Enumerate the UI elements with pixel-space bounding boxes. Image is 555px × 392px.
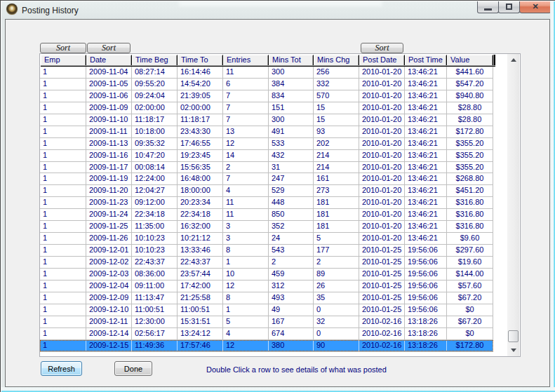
table-cell: 13:46:21 <box>405 79 447 90</box>
table-cell: $355.20 <box>447 138 493 149</box>
sort-button-emp[interactable]: Sort <box>40 43 86 53</box>
table-cell: 7 <box>223 90 269 102</box>
table-cell: 19:56:06 <box>405 281 447 292</box>
table-row-selected[interactable]: 12009-12-1511:49:3617:57:4612380902010-0… <box>40 340 493 352</box>
table-cell: 13:46:21 <box>405 138 447 149</box>
table-cell: 10:47:20 <box>132 150 178 161</box>
table-row[interactable]: 12009-11-2012:04:2718:00:0045292732010-0… <box>40 185 493 197</box>
table-cell: 7 <box>223 114 269 126</box>
table-cell: 1 <box>40 316 86 327</box>
table-cell: 1 <box>40 114 86 126</box>
sort-button-post-date[interactable]: Sort <box>361 43 403 53</box>
table-row[interactable]: 12009-11-2422:34:1822:34:18118501812010-… <box>40 209 493 221</box>
table-cell: 448 <box>269 197 314 208</box>
scrollbar-thumb[interactable] <box>508 330 519 342</box>
minimize-button[interactable] <box>477 0 499 13</box>
table-cell: 00:08:14 <box>132 162 178 173</box>
table-row[interactable]: 12009-11-1011:18:1711:18:177300152010-01… <box>40 114 493 126</box>
table-cell: 12:24:00 <box>132 173 178 184</box>
refresh-button[interactable]: Refresh <box>41 361 82 376</box>
sort-button-date[interactable]: Sort <box>87 43 131 53</box>
table-cell: 10:21:12 <box>178 233 223 244</box>
table-row[interactable]: 12009-11-0408:27:1416:14:46113002562010-… <box>40 67 493 79</box>
window-title: Posting History <box>22 6 79 15</box>
table-cell: 5 <box>223 316 269 327</box>
table-cell: 13:46:21 <box>405 197 447 208</box>
table-cell: 15:56:35 <box>178 162 223 173</box>
table-cell: 2009-11-19 <box>86 173 132 184</box>
table-cell: 2009-12-11 <box>86 316 132 327</box>
table-row[interactable]: 12009-11-1309:35:3217:46:55125332022010-… <box>40 138 493 150</box>
vertical-scrollbar[interactable] <box>507 54 519 356</box>
table-cell: 13 <box>223 126 269 137</box>
table-row[interactable]: 12009-11-1700:08:1415:56:352312142010-01… <box>40 162 493 174</box>
table-cell: 177 <box>314 245 359 256</box>
table-cell: 1 <box>40 292 86 304</box>
table-cell: 3 <box>223 233 269 244</box>
table-cell: 6 <box>223 79 269 90</box>
table-cell: 1 <box>40 304 86 316</box>
table-row[interactable]: 12009-11-0509:55:2014:54:2063843322010-0… <box>40 79 493 90</box>
table-row[interactable]: 12009-12-0409:11:0017:42:0012312262010-0… <box>40 281 493 292</box>
table-row[interactable]: 12009-11-1912:24:0016:48:0072471612010-0… <box>40 173 493 185</box>
table-cell: 16:48:00 <box>178 173 223 184</box>
table-cell: 529 <box>269 185 314 196</box>
table-row[interactable]: 12009-11-2309:12:0020:23:34114481812010-… <box>40 197 493 209</box>
table-cell: $268.80 <box>447 173 493 184</box>
table-cell: 2010-01-20 <box>359 114 405 126</box>
table-cell: 90 <box>314 340 359 351</box>
table-cell: 493 <box>269 292 314 304</box>
table-cell: 17:46:55 <box>178 138 223 149</box>
table-row[interactable]: 12009-11-0609:24:0421:39:0578345702010-0… <box>40 90 493 102</box>
table-cell: 14:54:20 <box>178 79 223 90</box>
table-row[interactable]: 12009-12-0222:43:3722:43:371222010-01-25… <box>40 257 493 269</box>
column-header-post-date: Post Date <box>359 55 405 65</box>
table-cell: 1 <box>40 221 86 232</box>
table-cell: 13:46:21 <box>405 209 447 220</box>
table-cell: 2010-01-20 <box>359 126 405 137</box>
table-row[interactable]: 12009-11-1110:18:0023:43:3013491932010-0… <box>40 126 493 138</box>
table-cell: $451.20 <box>447 185 493 196</box>
done-button[interactable]: Done <box>114 361 152 376</box>
table-cell: $355.20 <box>447 150 493 161</box>
table-row[interactable]: 12009-11-2610:10:2310:21:1232452010-01-2… <box>40 233 493 245</box>
table-cell: 1 <box>40 102 86 114</box>
table-cell: $441.60 <box>447 67 493 78</box>
column-header-post-time: Post Time <box>405 55 447 65</box>
table-row[interactable]: 12009-11-2511:35:0016:32:0033521812010-0… <box>40 221 493 233</box>
maximize-icon <box>506 4 512 10</box>
scroll-up-button[interactable] <box>507 54 519 66</box>
table-cell: 7 <box>223 173 269 184</box>
table-cell: 4 <box>223 328 269 339</box>
table-cell: 22:43:37 <box>132 257 178 268</box>
table-cell: 3 <box>223 221 269 232</box>
table-cell: 31 <box>269 162 314 173</box>
minimize-icon <box>484 8 492 11</box>
table-cell: 13:46:21 <box>405 150 447 161</box>
table-row[interactable]: 12009-12-0110:10:2313:33:4685431772010-0… <box>40 245 493 257</box>
table-cell: 202 <box>314 138 359 149</box>
window-controls: ✕ <box>478 0 551 13</box>
table-cell: 2009-12-15 <box>86 340 132 351</box>
table-cell: 380 <box>269 340 314 351</box>
table-cell: 09:35:32 <box>132 138 178 149</box>
table-row[interactable]: 12009-12-1011:00:5111:00:5114902010-01-2… <box>40 304 493 316</box>
table-row[interactable]: 12009-12-0911:13:4721:25:588493352010-01… <box>40 292 493 304</box>
table-cell: 273 <box>314 185 359 196</box>
table-row[interactable]: 12009-12-1112:30:0015:31:515167322010-02… <box>40 316 493 328</box>
table-cell: 15 <box>314 114 359 126</box>
close-button[interactable]: ✕ <box>519 0 551 13</box>
table-row[interactable]: 12009-12-0308:36:0023:57:4410459892010-0… <box>40 269 493 281</box>
table-cell: 2010-01-20 <box>359 185 405 196</box>
table-cell: 300 <box>269 67 314 78</box>
scroll-down-button[interactable] <box>507 344 519 356</box>
table-cell: 22:43:37 <box>178 257 223 268</box>
table-cell: 2010-01-25 <box>359 257 405 268</box>
table-cell: $172.80 <box>447 340 493 351</box>
table-row[interactable]: 12009-11-1610:47:2019:23:45144322142010-… <box>40 150 493 162</box>
table-cell: 332 <box>314 79 359 90</box>
table-row[interactable]: 12009-12-1402:56:1713:24:12467402010-02-… <box>40 328 493 340</box>
maximize-button[interactable] <box>498 0 520 13</box>
table-row[interactable]: 12009-11-0902:00:0002:00:007151152010-01… <box>40 102 493 114</box>
column-header-value: Value <box>447 55 493 65</box>
